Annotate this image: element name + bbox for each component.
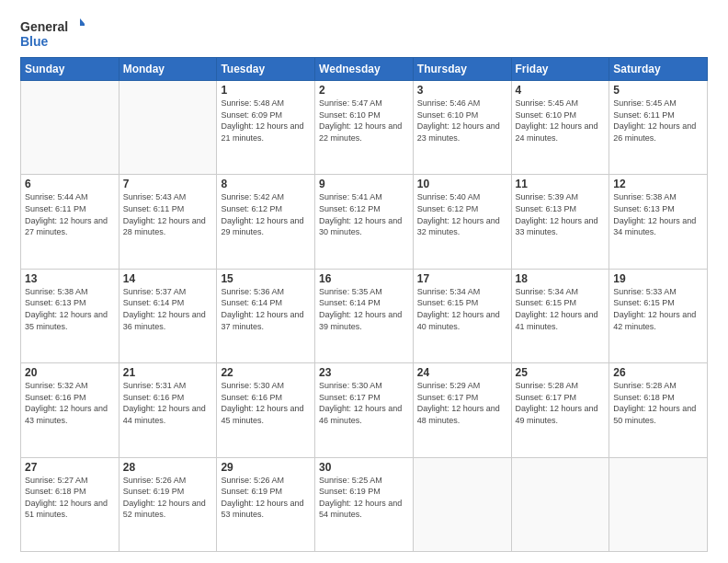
calendar-cell: 16Sunrise: 5:35 AM Sunset: 6:14 PM Dayli… [315, 269, 414, 362]
calendar-cell: 24Sunrise: 5:29 AM Sunset: 6:17 PM Dayli… [413, 363, 511, 457]
day-number: 24 [417, 366, 507, 379]
day-info: Sunrise: 5:26 AM Sunset: 6:19 PM Dayligh… [123, 475, 213, 521]
day-info: Sunrise: 5:39 AM Sunset: 6:13 PM Dayligh… [516, 191, 606, 237]
day-number: 27 [25, 461, 115, 474]
calendar-cell: 1Sunrise: 5:48 AM Sunset: 6:09 PM Daylig… [217, 81, 315, 175]
header-saturday: Saturday [609, 58, 708, 81]
calendar-cell: 21Sunrise: 5:31 AM Sunset: 6:16 PM Dayli… [119, 363, 217, 457]
header-friday: Friday [511, 58, 609, 81]
day-number: 17 [417, 272, 507, 285]
calendar-cell: 19Sunrise: 5:33 AM Sunset: 6:15 PM Dayli… [609, 269, 708, 362]
day-number: 15 [221, 272, 311, 285]
day-info: Sunrise: 5:29 AM Sunset: 6:17 PM Dayligh… [417, 380, 507, 426]
day-info: Sunrise: 5:30 AM Sunset: 6:16 PM Dayligh… [221, 380, 311, 426]
calendar-header-row: SundayMondayTuesdayWednesdayThursdayFrid… [21, 58, 708, 81]
calendar-cell: 22Sunrise: 5:30 AM Sunset: 6:16 PM Dayli… [217, 363, 315, 457]
header: General Blue [20, 17, 708, 50]
calendar-cell: 3Sunrise: 5:46 AM Sunset: 6:10 PM Daylig… [413, 81, 511, 175]
header-thursday: Thursday [413, 58, 511, 81]
calendar-cell: 10Sunrise: 5:40 AM Sunset: 6:12 PM Dayli… [413, 175, 511, 269]
calendar-cell [21, 81, 119, 175]
day-info: Sunrise: 5:35 AM Sunset: 6:14 PM Dayligh… [319, 286, 409, 332]
header-sunday: Sunday [21, 58, 119, 81]
day-info: Sunrise: 5:27 AM Sunset: 6:18 PM Dayligh… [25, 475, 115, 521]
calendar-table: SundayMondayTuesdayWednesdayThursdayFrid… [20, 57, 708, 552]
day-number: 2 [319, 84, 409, 97]
day-info: Sunrise: 5:47 AM Sunset: 6:10 PM Dayligh… [319, 98, 409, 144]
week-row-4: 20Sunrise: 5:32 AM Sunset: 6:16 PM Dayli… [21, 363, 708, 457]
day-info: Sunrise: 5:28 AM Sunset: 6:17 PM Dayligh… [516, 380, 606, 426]
calendar-cell: 12Sunrise: 5:38 AM Sunset: 6:13 PM Dayli… [609, 175, 708, 269]
day-info: Sunrise: 5:34 AM Sunset: 6:15 PM Dayligh… [516, 286, 606, 332]
week-row-2: 6Sunrise: 5:44 AM Sunset: 6:11 PM Daylig… [21, 175, 708, 269]
day-info: Sunrise: 5:33 AM Sunset: 6:15 PM Dayligh… [613, 286, 703, 332]
week-row-3: 13Sunrise: 5:38 AM Sunset: 6:13 PM Dayli… [21, 269, 708, 362]
day-info: Sunrise: 5:43 AM Sunset: 6:11 PM Dayligh… [123, 191, 213, 237]
calendar-cell: 28Sunrise: 5:26 AM Sunset: 6:19 PM Dayli… [119, 457, 217, 551]
day-number: 14 [123, 272, 213, 285]
day-info: Sunrise: 5:41 AM Sunset: 6:12 PM Dayligh… [319, 191, 409, 237]
calendar-cell: 11Sunrise: 5:39 AM Sunset: 6:13 PM Dayli… [511, 175, 609, 269]
day-number: 7 [123, 178, 213, 190]
svg-text:Blue: Blue [20, 34, 49, 49]
calendar-cell [609, 457, 708, 551]
calendar-cell [413, 457, 511, 551]
day-info: Sunrise: 5:38 AM Sunset: 6:13 PM Dayligh… [613, 191, 703, 237]
header-tuesday: Tuesday [217, 58, 315, 81]
day-info: Sunrise: 5:32 AM Sunset: 6:16 PM Dayligh… [25, 380, 115, 426]
calendar-cell: 14Sunrise: 5:37 AM Sunset: 6:14 PM Dayli… [119, 269, 217, 362]
calendar-cell: 29Sunrise: 5:26 AM Sunset: 6:19 PM Dayli… [217, 457, 315, 551]
day-number: 9 [319, 178, 409, 190]
day-number: 16 [319, 272, 409, 285]
day-number: 25 [516, 366, 606, 379]
day-number: 12 [613, 178, 703, 190]
svg-text:General: General [20, 19, 68, 34]
day-number: 4 [516, 84, 606, 97]
calendar-cell: 30Sunrise: 5:25 AM Sunset: 6:19 PM Dayli… [315, 457, 414, 551]
day-number: 1 [221, 84, 311, 97]
day-number: 20 [25, 366, 115, 379]
day-number: 18 [516, 272, 606, 285]
day-info: Sunrise: 5:38 AM Sunset: 6:13 PM Dayligh… [25, 286, 115, 332]
day-number: 29 [221, 461, 311, 474]
calendar-cell: 13Sunrise: 5:38 AM Sunset: 6:13 PM Dayli… [21, 269, 119, 362]
day-info: Sunrise: 5:40 AM Sunset: 6:12 PM Dayligh… [417, 191, 507, 237]
header-monday: Monday [119, 58, 217, 81]
logo: General Blue [20, 17, 85, 50]
calendar-cell: 8Sunrise: 5:42 AM Sunset: 6:12 PM Daylig… [217, 175, 315, 269]
day-number: 26 [613, 366, 703, 379]
day-info: Sunrise: 5:26 AM Sunset: 6:19 PM Dayligh… [221, 475, 311, 521]
day-number: 13 [25, 272, 115, 285]
calendar-cell: 9Sunrise: 5:41 AM Sunset: 6:12 PM Daylig… [315, 175, 414, 269]
day-number: 3 [417, 84, 507, 97]
day-number: 10 [417, 178, 507, 190]
calendar-cell: 23Sunrise: 5:30 AM Sunset: 6:17 PM Dayli… [315, 363, 414, 457]
page: General Blue SundayMondayTuesdayWednesda… [0, 0, 728, 563]
day-info: Sunrise: 5:42 AM Sunset: 6:12 PM Dayligh… [221, 191, 311, 237]
day-info: Sunrise: 5:25 AM Sunset: 6:19 PM Dayligh… [319, 475, 409, 521]
day-number: 22 [221, 366, 311, 379]
calendar-cell: 26Sunrise: 5:28 AM Sunset: 6:18 PM Dayli… [609, 363, 708, 457]
day-info: Sunrise: 5:45 AM Sunset: 6:11 PM Dayligh… [613, 98, 703, 144]
calendar-cell: 18Sunrise: 5:34 AM Sunset: 6:15 PM Dayli… [511, 269, 609, 362]
day-info: Sunrise: 5:48 AM Sunset: 6:09 PM Dayligh… [221, 98, 311, 144]
day-number: 19 [613, 272, 703, 285]
calendar-cell: 5Sunrise: 5:45 AM Sunset: 6:11 PM Daylig… [609, 81, 708, 175]
day-info: Sunrise: 5:34 AM Sunset: 6:15 PM Dayligh… [417, 286, 507, 332]
day-info: Sunrise: 5:28 AM Sunset: 6:18 PM Dayligh… [613, 380, 703, 426]
day-info: Sunrise: 5:30 AM Sunset: 6:17 PM Dayligh… [319, 380, 409, 426]
day-number: 30 [319, 461, 409, 474]
calendar-cell: 20Sunrise: 5:32 AM Sunset: 6:16 PM Dayli… [21, 363, 119, 457]
day-number: 5 [613, 84, 703, 97]
day-info: Sunrise: 5:37 AM Sunset: 6:14 PM Dayligh… [123, 286, 213, 332]
calendar-cell: 27Sunrise: 5:27 AM Sunset: 6:18 PM Dayli… [21, 457, 119, 551]
header-wednesday: Wednesday [315, 58, 414, 81]
calendar-cell: 6Sunrise: 5:44 AM Sunset: 6:11 PM Daylig… [21, 175, 119, 269]
calendar-cell: 7Sunrise: 5:43 AM Sunset: 6:11 PM Daylig… [119, 175, 217, 269]
calendar-cell [119, 81, 217, 175]
calendar-cell: 2Sunrise: 5:47 AM Sunset: 6:10 PM Daylig… [315, 81, 414, 175]
day-number: 8 [221, 178, 311, 190]
calendar-cell: 15Sunrise: 5:36 AM Sunset: 6:14 PM Dayli… [217, 269, 315, 362]
day-number: 23 [319, 366, 409, 379]
week-row-1: 1Sunrise: 5:48 AM Sunset: 6:09 PM Daylig… [21, 81, 708, 175]
